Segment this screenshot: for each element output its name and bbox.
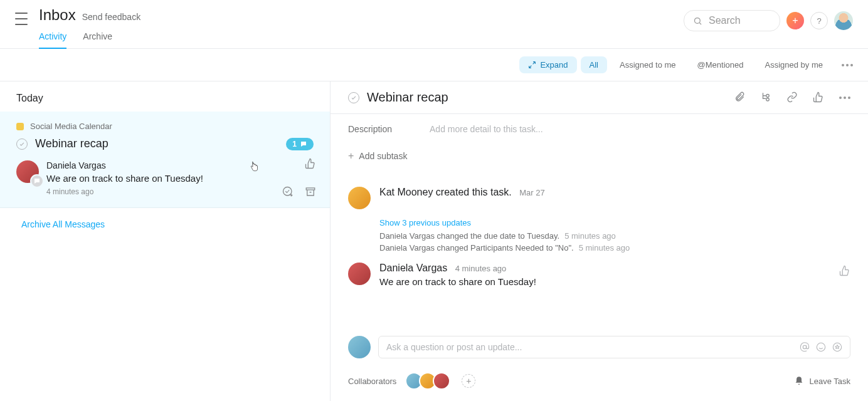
change-entry: Daniela Vargas changed the due date to T… bbox=[379, 231, 850, 241]
create-followup-button[interactable] bbox=[282, 186, 295, 199]
help-button[interactable]: ? bbox=[810, 12, 828, 29]
change-entry: Daniela Vargas changed Participants Need… bbox=[379, 243, 850, 253]
check-icon bbox=[351, 95, 357, 101]
change-time: 5 minutes ago bbox=[564, 231, 616, 241]
svg-point-4 bbox=[766, 98, 770, 101]
plus-icon: + bbox=[348, 150, 354, 162]
section-today: Today bbox=[0, 81, 330, 112]
change-author: Daniela Vargas bbox=[379, 243, 435, 253]
creator-action: created this task. bbox=[433, 187, 511, 197]
archive-button[interactable] bbox=[305, 186, 317, 199]
archive-all-link[interactable]: Archive All Messages bbox=[0, 208, 330, 241]
task-more-button[interactable] bbox=[839, 96, 850, 99]
comment-time: 4 minutes ago bbox=[46, 187, 203, 196]
thumbs-up-icon bbox=[305, 158, 316, 169]
expand-icon bbox=[528, 61, 536, 69]
change-text: changed Participants Needed to "No". bbox=[435, 243, 574, 253]
project-name: Social Media Calendar bbox=[30, 122, 112, 131]
change-time: 5 minutes ago bbox=[579, 243, 630, 253]
svg-point-3 bbox=[766, 94, 770, 97]
page-title: Inbox bbox=[39, 6, 76, 24]
like-button[interactable] bbox=[305, 158, 317, 170]
send-feedback-link[interactable]: Send feedback bbox=[82, 12, 140, 22]
svg-point-1 bbox=[283, 187, 292, 196]
at-icon bbox=[800, 342, 810, 352]
filter-mentioned[interactable]: @Mentioned bbox=[689, 56, 753, 73]
filter-assigned-by-me[interactable]: Assigned by me bbox=[756, 56, 832, 73]
link-icon bbox=[786, 91, 798, 103]
svg-point-6 bbox=[817, 343, 825, 351]
bell-icon bbox=[794, 376, 804, 386]
comment-placeholder: Ask a question or post an update... bbox=[386, 342, 522, 352]
like-task-button[interactable] bbox=[813, 91, 825, 104]
description-field[interactable]: Add more detail to this task... bbox=[430, 124, 543, 134]
search-icon bbox=[693, 16, 702, 26]
star-icon bbox=[832, 342, 842, 352]
comment-input[interactable]: Ask a question or post an update... bbox=[378, 336, 850, 358]
leave-task-button[interactable]: Leave Task bbox=[794, 376, 850, 386]
expand-button[interactable]: Expand bbox=[519, 56, 576, 73]
detail-complete-toggle[interactable] bbox=[348, 92, 359, 103]
inbox-card[interactable]: Social Media Calendar Webinar recap 1 bbox=[0, 112, 330, 208]
task-add-icon bbox=[282, 186, 294, 197]
filter-all[interactable]: All bbox=[581, 56, 607, 73]
comment-text: We are on track to share on Tuesday! bbox=[46, 173, 203, 184]
check-icon bbox=[19, 141, 25, 147]
paperclip-icon bbox=[734, 91, 745, 103]
leave-task-label: Leave Task bbox=[809, 377, 850, 386]
created-date: Mar 27 bbox=[519, 188, 544, 197]
filter-assigned-to-me[interactable]: Assigned to me bbox=[611, 56, 685, 73]
comment-author: Daniela Vargas bbox=[379, 263, 447, 273]
tab-archive[interactable]: Archive bbox=[83, 31, 112, 49]
comment-body: We are on track to share on Tuesday! bbox=[379, 276, 536, 287]
creator-name: Kat Mooney bbox=[379, 187, 433, 197]
archive-icon bbox=[305, 186, 316, 197]
comment-avatar bbox=[348, 263, 371, 285]
comment-count-badge: 1 bbox=[286, 138, 314, 150]
thumbs-up-icon bbox=[813, 91, 824, 103]
add-collaborator-button[interactable]: + bbox=[462, 374, 475, 388]
like-comment-button[interactable] bbox=[839, 265, 850, 287]
comment-type-icon bbox=[30, 174, 44, 188]
more-filters-button[interactable] bbox=[842, 64, 853, 66]
description-label: Description bbox=[348, 124, 392, 134]
attachment-button[interactable] bbox=[734, 91, 746, 104]
copy-link-button[interactable] bbox=[786, 91, 799, 104]
collaborator-avatar[interactable] bbox=[433, 372, 450, 390]
star-button[interactable] bbox=[832, 342, 842, 352]
svg-point-0 bbox=[695, 18, 701, 23]
svg-point-5 bbox=[803, 345, 806, 348]
user-avatar[interactable] bbox=[834, 11, 853, 30]
creator-avatar bbox=[348, 187, 371, 209]
add-button[interactable]: + bbox=[786, 12, 804, 29]
expand-label: Expand bbox=[540, 60, 568, 70]
project-color bbox=[16, 123, 24, 130]
search-input[interactable]: Search bbox=[684, 10, 780, 31]
detail-task-title: Webinar recap bbox=[367, 90, 448, 105]
add-subtask-label: Add subtask bbox=[359, 151, 407, 161]
task-title: Webinar recap bbox=[35, 137, 109, 150]
complete-toggle[interactable] bbox=[16, 138, 28, 150]
menu-toggle[interactable] bbox=[15, 13, 28, 25]
thumbs-up-icon bbox=[839, 265, 850, 276]
subtask-button[interactable] bbox=[760, 91, 773, 104]
add-subtask-button[interactable]: + Add subtask bbox=[331, 144, 868, 177]
emoji-icon bbox=[816, 342, 826, 352]
svg-rect-2 bbox=[306, 188, 315, 190]
collaborators-label: Collaborators bbox=[348, 377, 396, 386]
svg-point-7 bbox=[833, 343, 841, 351]
emoji-button[interactable] bbox=[816, 342, 826, 352]
mention-button[interactable] bbox=[800, 342, 810, 352]
tab-activity[interactable]: Activity bbox=[39, 31, 66, 49]
search-placeholder: Search bbox=[709, 15, 741, 26]
comment-icon bbox=[300, 140, 307, 148]
comment-time: 4 minutes ago bbox=[455, 264, 507, 273]
change-author: Daniela Vargas bbox=[379, 231, 435, 241]
comment-count: 1 bbox=[292, 140, 297, 148]
my-avatar bbox=[348, 336, 371, 358]
change-text: changed the due date to Tuesday. bbox=[435, 231, 559, 241]
show-previous-link[interactable]: Show 3 previous updates bbox=[379, 218, 850, 227]
subtask-icon bbox=[760, 91, 771, 103]
comment-author: Daniela Vargas bbox=[46, 160, 203, 170]
